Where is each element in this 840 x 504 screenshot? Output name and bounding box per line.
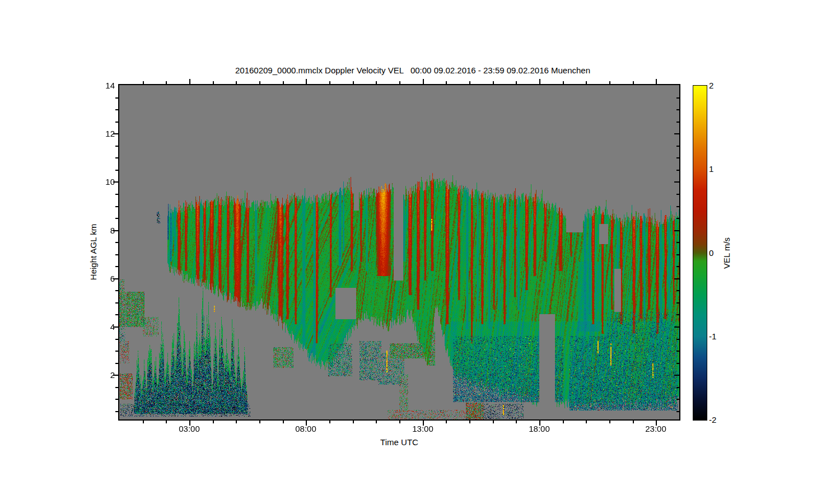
- x-tick-mark-top: [353, 81, 354, 84]
- x-tick-mark-top: [539, 79, 540, 84]
- x-tick-mark-top: [399, 81, 400, 84]
- y-tick-mark: [115, 290, 118, 291]
- x-tick-mark: [516, 421, 517, 423]
- x-tick-mark-top: [236, 81, 237, 84]
- y-tick-mark: [115, 314, 118, 315]
- x-tick-mark-top: [306, 79, 307, 84]
- y-tick-mark: [115, 157, 118, 158]
- y-tick-mark: [115, 266, 118, 267]
- y-tick-mark: [115, 339, 118, 340]
- y-tick-mark-right: [676, 266, 679, 267]
- y-tick-mark-right: [676, 157, 679, 158]
- y-tick-mark-right: [676, 254, 679, 255]
- heatmap-canvas: [119, 85, 679, 419]
- y-tick-mark-right: [674, 278, 679, 279]
- y-tick-label: 6: [94, 274, 115, 283]
- y-tick-mark: [115, 302, 118, 304]
- x-tick-mark-top: [446, 81, 447, 84]
- x-tick-mark-top: [376, 81, 377, 84]
- x-tick-mark-top: [633, 81, 634, 84]
- x-tick-label: 03:00: [179, 424, 200, 433]
- figure: 20160209_0000.mmclx Doppler Velocity VEL…: [0, 0, 840, 504]
- y-tick-mark-right: [674, 230, 679, 231]
- x-tick-mark-top: [423, 79, 424, 84]
- x-tick-label: 13:00: [412, 424, 433, 433]
- y-tick-mark-right: [676, 170, 679, 171]
- x-tick-mark: [236, 421, 237, 423]
- x-tick-mark: [633, 421, 634, 423]
- x-tick-mark-top: [493, 81, 494, 84]
- x-tick-mark: [213, 421, 214, 423]
- y-tick-label: 4: [94, 322, 115, 332]
- y-tick-label: 14: [94, 81, 115, 90]
- x-tick-label: 23:00: [645, 424, 666, 433]
- y-tick-label: 12: [94, 129, 115, 138]
- y-tick-mark-right: [674, 326, 679, 328]
- x-tick-mark: [399, 421, 400, 423]
- y-tick-mark-right: [676, 302, 679, 304]
- y-tick-mark-right: [676, 109, 679, 110]
- x-tick-mark-top: [563, 81, 564, 84]
- y-tick-mark: [115, 170, 118, 171]
- colorbar-tick-label: -1: [709, 332, 716, 341]
- x-tick-mark-top: [143, 81, 144, 84]
- y-tick-mark-right: [676, 351, 679, 352]
- y-tick-mark: [115, 411, 118, 412]
- x-tick-mark-top: [166, 81, 167, 84]
- y-tick-mark-right: [676, 218, 679, 219]
- x-tick-mark-top: [586, 81, 587, 84]
- y-tick-mark-right: [674, 181, 679, 183]
- x-tick-mark: [469, 421, 470, 423]
- y-tick-mark-right: [676, 339, 679, 340]
- x-tick-mark-top: [656, 79, 657, 84]
- y-tick-mark: [115, 122, 118, 123]
- x-tick-mark-top: [259, 81, 260, 84]
- y-tick-mark-right: [676, 206, 679, 207]
- colorbar-tick-label: 2: [709, 81, 713, 90]
- colorbar: [693, 85, 707, 421]
- colorbar-tick-label: 0: [709, 248, 713, 258]
- x-tick-mark: [353, 421, 354, 423]
- y-tick-mark: [115, 242, 118, 243]
- y-tick-mark: [115, 218, 118, 219]
- y-tick-mark-right: [676, 411, 679, 412]
- x-tick-mark: [166, 421, 167, 423]
- x-tick-mark-top: [609, 81, 610, 84]
- x-tick-mark: [609, 421, 610, 423]
- chart-title: 20160209_0000.mmclx Doppler Velocity VEL…: [235, 66, 590, 75]
- y-tick-mark: [115, 146, 118, 147]
- y-tick-mark-right: [676, 146, 679, 147]
- x-tick-mark: [143, 421, 144, 423]
- x-tick-mark-top: [516, 81, 517, 84]
- y-tick-mark: [115, 109, 118, 110]
- y-tick-mark: [115, 363, 118, 364]
- x-tick-mark: [563, 421, 564, 423]
- y-tick-mark: [115, 206, 118, 207]
- colorbar-tick-label: 1: [709, 164, 713, 174]
- colorbar-tick-label: -2: [709, 415, 716, 424]
- y-tick-mark-right: [676, 363, 679, 364]
- y-tick-mark-right: [676, 97, 679, 99]
- x-tick-mark-top: [283, 81, 284, 84]
- y-tick-mark-right: [676, 314, 679, 315]
- x-tick-mark-top: [469, 81, 470, 84]
- x-tick-mark-top: [329, 81, 330, 84]
- x-tick-mark-top: [213, 81, 214, 84]
- y-tick-label: 8: [94, 226, 115, 235]
- x-axis-label: Time UTC: [380, 437, 418, 447]
- colorbar-title: VEL m/s: [722, 237, 731, 269]
- x-tick-label: 08:00: [295, 424, 316, 433]
- x-tick-mark: [493, 421, 494, 423]
- x-tick-mark: [586, 421, 587, 423]
- x-tick-mark: [376, 421, 377, 423]
- x-tick-mark: [446, 421, 447, 423]
- x-tick-mark-top: [189, 79, 190, 84]
- y-tick-mark-right: [676, 242, 679, 243]
- y-tick-mark: [115, 351, 118, 352]
- x-tick-mark: [329, 421, 330, 423]
- y-tick-mark-right: [676, 194, 679, 195]
- y-tick-mark: [115, 254, 118, 255]
- y-tick-mark-right: [676, 387, 679, 388]
- y-tick-mark-right: [676, 122, 679, 123]
- x-tick-mark: [259, 421, 260, 423]
